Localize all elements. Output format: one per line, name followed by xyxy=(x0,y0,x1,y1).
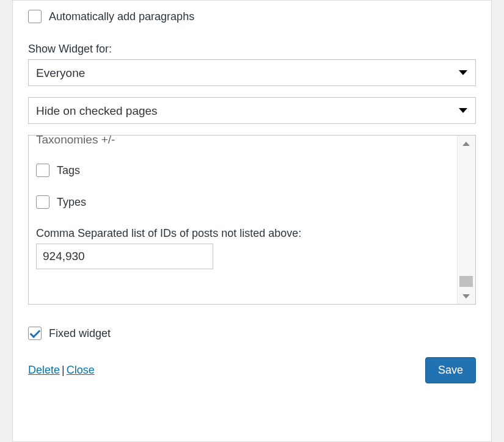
types-row: Types xyxy=(36,195,450,209)
scrollbar-thumb[interactable] xyxy=(459,276,473,287)
auto-paragraphs-checkbox[interactable] xyxy=(28,10,42,23)
types-checkbox[interactable] xyxy=(36,195,49,209)
taxonomies-panel: Taxonomies +/- Tags Types Comma Separate… xyxy=(28,135,476,305)
tags-row: Tags xyxy=(36,164,450,177)
auto-paragraphs-row: Automatically add paragraphs xyxy=(28,10,476,23)
visibility-mode-select[interactable]: Hide on checked pages xyxy=(28,97,476,124)
fixed-widget-row: Fixed widget xyxy=(28,327,476,340)
separator: | xyxy=(62,364,65,376)
taxonomies-content: Taxonomies +/- Tags Types Comma Separate… xyxy=(29,135,457,302)
tags-checkbox[interactable] xyxy=(36,164,49,177)
auto-paragraphs-label: Automatically add paragraphs xyxy=(49,10,194,23)
show-widget-for-select[interactable]: Everyone xyxy=(28,59,476,86)
widget-settings-panel: Automatically add paragraphs Show Widget… xyxy=(12,0,492,442)
close-link[interactable]: Close xyxy=(67,364,95,376)
scrollbar-up-icon[interactable] xyxy=(457,136,475,151)
ids-input[interactable] xyxy=(36,244,213,269)
taxonomies-heading[interactable]: Taxonomies +/- xyxy=(36,135,450,147)
fixed-widget-label: Fixed widget xyxy=(49,327,111,340)
fixed-widget-checkbox[interactable] xyxy=(28,327,42,340)
delete-link[interactable]: Delete xyxy=(28,364,60,376)
widget-actions-row: Delete|Close Save xyxy=(28,357,476,383)
scrollbar-down-icon[interactable] xyxy=(457,288,475,304)
show-widget-for-label: Show Widget for: xyxy=(28,43,476,56)
types-label: Types xyxy=(57,196,86,209)
ids-label: Comma Separated list of IDs of posts not… xyxy=(36,227,450,240)
save-button[interactable]: Save xyxy=(425,357,476,383)
scrollbar-track[interactable] xyxy=(457,136,475,304)
show-widget-for-row: Show Widget for: Everyone xyxy=(28,43,476,86)
action-links: Delete|Close xyxy=(28,364,95,377)
visibility-mode-select-wrapper: Hide on checked pages xyxy=(28,97,476,124)
visibility-mode-row: Hide on checked pages xyxy=(28,97,476,124)
show-widget-for-select-wrapper: Everyone xyxy=(28,59,476,86)
tags-label: Tags xyxy=(57,164,80,177)
